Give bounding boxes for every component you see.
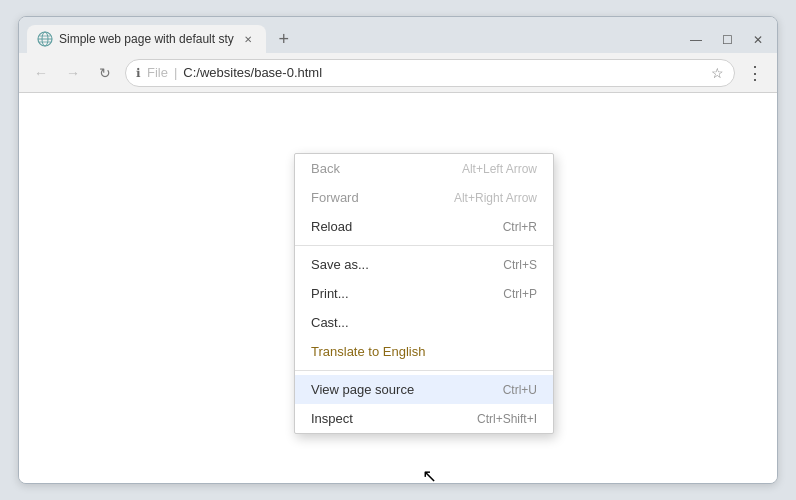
title-bar: Simple web page with default sty ✕ + — ☐…: [19, 17, 777, 53]
address-bar[interactable]: ℹ File | C:/websites/base-0.html ☆: [125, 59, 735, 87]
view-source-shortcut: Ctrl+U: [503, 383, 537, 397]
tab-close-button[interactable]: ✕: [240, 31, 256, 47]
browser-tab[interactable]: Simple web page with default sty ✕: [27, 25, 266, 53]
context-menu-item-reload[interactable]: Reload Ctrl+R: [295, 212, 553, 241]
window-controls: — ☐ ✕: [684, 31, 769, 53]
maximize-button[interactable]: ☐: [716, 31, 739, 49]
forward-button[interactable]: →: [61, 61, 85, 85]
save-label: Save as...: [311, 257, 369, 272]
info-icon: ℹ: [136, 66, 141, 80]
toolbar: ← → ↻ ℹ File | C:/websites/base-0.html ☆…: [19, 53, 777, 93]
context-menu-item-inspect[interactable]: Inspect Ctrl+Shift+I: [295, 404, 553, 433]
menu-divider-1: [295, 245, 553, 246]
tab-title: Simple web page with default sty: [59, 32, 234, 46]
address-separator: File: [147, 65, 168, 80]
more-options-button[interactable]: ⋮: [743, 61, 767, 85]
translate-label: Translate to English: [311, 344, 425, 359]
minimize-button[interactable]: —: [684, 31, 708, 49]
view-source-label: View page source: [311, 382, 414, 397]
print-shortcut: Ctrl+P: [503, 287, 537, 301]
page-content: Back Alt+Left Arrow Forward Alt+Right Ar…: [19, 93, 777, 483]
reload-label: Reload: [311, 219, 352, 234]
reload-shortcut: Ctrl+R: [503, 220, 537, 234]
close-button[interactable]: ✕: [747, 31, 769, 49]
forward-shortcut: Alt+Right Arrow: [454, 191, 537, 205]
tab-area: Simple web page with default sty ✕ +: [27, 25, 684, 53]
print-label: Print...: [311, 286, 349, 301]
cast-label: Cast...: [311, 315, 349, 330]
bookmark-star-icon[interactable]: ☆: [711, 65, 724, 81]
context-menu-item-back[interactable]: Back Alt+Left Arrow: [295, 154, 553, 183]
tab-favicon-icon: [37, 31, 53, 47]
address-text: C:/websites/base-0.html: [183, 65, 322, 80]
mouse-cursor: ↖: [422, 465, 437, 483]
browser-window: Simple web page with default sty ✕ + — ☐…: [18, 16, 778, 484]
context-menu-item-view-source[interactable]: View page source Ctrl+U: [295, 375, 553, 404]
context-menu-item-forward[interactable]: Forward Alt+Right Arrow: [295, 183, 553, 212]
reload-button[interactable]: ↻: [93, 61, 117, 85]
context-menu-item-cast[interactable]: Cast...: [295, 308, 553, 337]
context-menu-item-save[interactable]: Save as... Ctrl+S: [295, 250, 553, 279]
back-shortcut: Alt+Left Arrow: [462, 162, 537, 176]
address-pipe: |: [174, 65, 177, 80]
forward-label: Forward: [311, 190, 359, 205]
inspect-label: Inspect: [311, 411, 353, 426]
new-tab-button[interactable]: +: [270, 25, 298, 53]
inspect-shortcut: Ctrl+Shift+I: [477, 412, 537, 426]
context-menu-item-translate[interactable]: Translate to English: [295, 337, 553, 366]
back-button[interactable]: ←: [29, 61, 53, 85]
menu-divider-2: [295, 370, 553, 371]
save-shortcut: Ctrl+S: [503, 258, 537, 272]
context-menu-item-print[interactable]: Print... Ctrl+P: [295, 279, 553, 308]
back-label: Back: [311, 161, 340, 176]
context-menu: Back Alt+Left Arrow Forward Alt+Right Ar…: [294, 153, 554, 434]
